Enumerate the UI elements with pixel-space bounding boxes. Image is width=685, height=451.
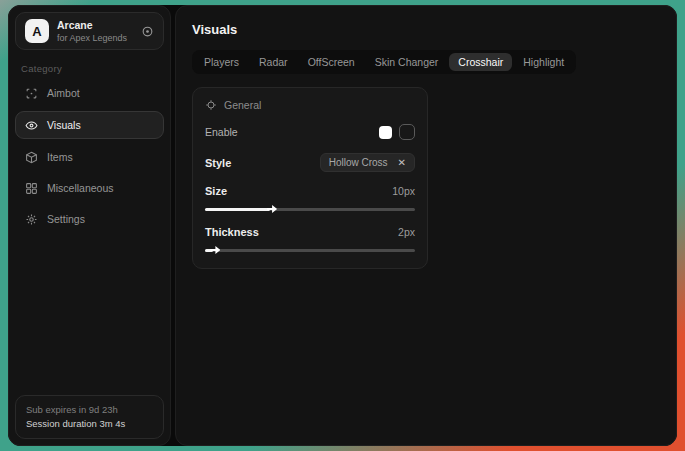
sidebar-item-label: Items xyxy=(47,151,73,163)
thickness-row: Thickness 2px xyxy=(205,226,415,238)
slider-thumb[interactable] xyxy=(267,205,277,213)
sidebar: A Arcane for Apex Legends Category xyxy=(8,5,171,446)
tab-crosshair[interactable]: Crosshair xyxy=(449,53,512,71)
focus-icon xyxy=(205,99,217,111)
main-panel: Visuals Players Radar OffScreen Skin Cha… xyxy=(175,5,677,446)
crosshair-icon xyxy=(25,87,38,100)
style-row: Style Hollow Cross ✕ xyxy=(205,153,415,172)
clear-icon[interactable]: ✕ xyxy=(398,158,406,168)
tab-highlight[interactable]: Highlight xyxy=(514,53,573,71)
session-duration-text: Session duration 3m 4s xyxy=(26,417,153,431)
sidebar-item-label: Visuals xyxy=(47,119,81,131)
sidebar-item-items[interactable]: Items xyxy=(15,144,164,170)
brand-card: A Arcane for Apex Legends xyxy=(15,12,164,50)
sidebar-item-visuals[interactable]: Visuals xyxy=(15,111,164,139)
thickness-value: 2px xyxy=(398,226,415,238)
tab-radar[interactable]: Radar xyxy=(250,53,297,71)
section-title: General xyxy=(224,99,261,111)
thickness-label: Thickness xyxy=(205,226,259,238)
app-subtitle: for Apex Legends xyxy=(57,32,127,44)
page-title: Visuals xyxy=(192,22,660,37)
category-label: Category xyxy=(21,63,170,74)
visuals-tabbar: Players Radar OffScreen Skin Changer Cro… xyxy=(192,50,576,74)
enable-checkbox[interactable] xyxy=(399,124,415,140)
sub-expires-text: Sub expires in 9d 23h xyxy=(26,403,153,417)
sidebar-item-aimbot[interactable]: Aimbot xyxy=(15,80,164,106)
sidebar-item-miscellaneous[interactable]: Miscellaneous xyxy=(15,175,164,201)
slider-thumb[interactable] xyxy=(210,246,220,254)
target-icon[interactable] xyxy=(141,25,154,38)
sidebar-nav: Aimbot Visuals Items xyxy=(9,80,170,232)
cube-icon xyxy=(25,151,38,164)
thickness-slider[interactable] xyxy=(205,246,415,254)
eye-icon xyxy=(25,119,38,132)
sidebar-item-label: Miscellaneous xyxy=(47,182,114,194)
style-value: Hollow Cross xyxy=(329,157,388,168)
general-card: General Enable Style Hollow Cross ✕ xyxy=(192,87,428,269)
color-swatch[interactable] xyxy=(379,126,392,139)
size-label: Size xyxy=(205,185,227,197)
slider-fill xyxy=(205,208,270,211)
app-logo: A xyxy=(25,19,49,43)
size-row: Size 10px xyxy=(205,185,415,197)
style-label: Style xyxy=(205,157,231,169)
app-window: A Arcane for Apex Legends Category xyxy=(8,5,677,446)
style-dropdown[interactable]: Hollow Cross ✕ xyxy=(320,153,415,172)
enable-label: Enable xyxy=(205,126,238,138)
slider-track xyxy=(205,249,415,252)
gear-icon xyxy=(25,213,38,226)
tab-skin-changer[interactable]: Skin Changer xyxy=(366,53,448,71)
subscription-status: Sub expires in 9d 23h Session duration 3… xyxy=(15,395,164,439)
size-slider[interactable] xyxy=(205,205,415,213)
app-name: Arcane xyxy=(57,19,127,31)
sidebar-item-settings[interactable]: Settings xyxy=(15,206,164,232)
tab-players[interactable]: Players xyxy=(195,53,248,71)
size-value: 10px xyxy=(392,185,415,197)
tab-offscreen[interactable]: OffScreen xyxy=(299,53,364,71)
enable-row: Enable xyxy=(205,124,415,140)
grid-icon xyxy=(25,182,38,195)
sidebar-item-label: Aimbot xyxy=(47,87,80,99)
sidebar-item-label: Settings xyxy=(47,213,85,225)
